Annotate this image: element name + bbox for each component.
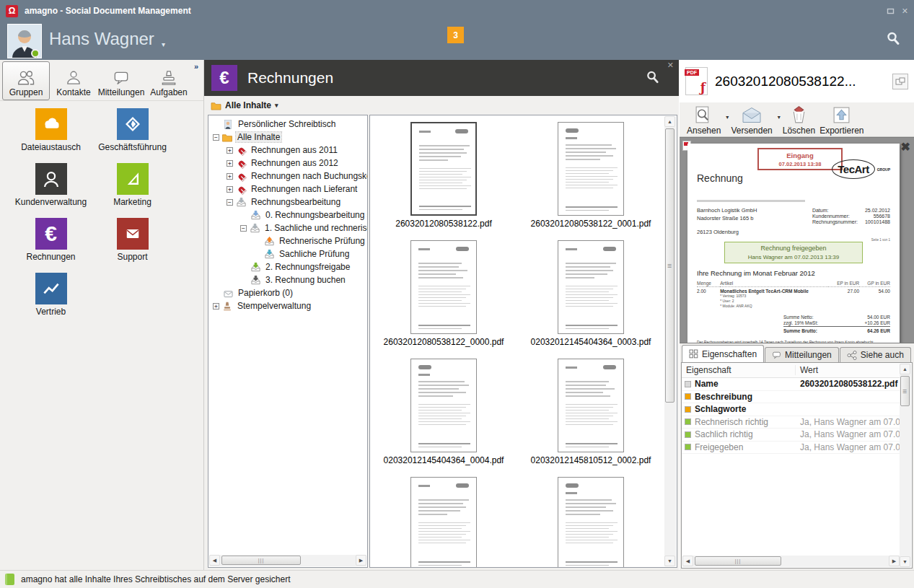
group-tile-rechnungen[interactable]: €Rechnungen xyxy=(10,218,92,273)
collapse-icon[interactable]: − xyxy=(213,134,219,141)
tab-aufgaben[interactable]: Aufgaben xyxy=(145,61,193,100)
tree-item-3-rechnung-buchen[interactable]: 3. Rechnung buchen xyxy=(210,273,367,286)
tree-item-alle-inhalte[interactable]: −Alle Inhalte xyxy=(210,131,367,144)
group-tile-kundenverwaltung[interactable]: Kundenverwaltung xyxy=(10,163,92,218)
l-schen-button[interactable]: Löschen xyxy=(781,105,818,136)
tab-eigenschaften[interactable]: Eigenschaften xyxy=(682,345,764,362)
group-window-title: Rechnungen xyxy=(247,69,333,87)
tool-label: Exportieren xyxy=(819,126,864,136)
document-thumb-26032012080538122-0001-pdf[interactable]: 26032012080538122_0001.pdf xyxy=(531,122,651,229)
dropdown-caret-icon[interactable]: ▾ xyxy=(778,114,781,120)
document-thumb-02032012145810512-0002-pdf[interactable]: 02032012145810512_0002.pdf xyxy=(531,359,651,465)
tabbar-overflow-chevron-icon[interactable]: » xyxy=(194,62,198,71)
property-row-name[interactable]: Name26032012080538122.pdf xyxy=(682,378,900,391)
document-filename: 26032012080538122_0001.pdf xyxy=(531,219,651,229)
tree-item-rechnungen-aus-2012[interactable]: +Rechnungen aus 2012 xyxy=(210,157,367,170)
tree-item-stempelverwaltung[interactable]: +Stempelverwaltung xyxy=(210,299,367,312)
diamond-icon xyxy=(117,108,149,140)
property-row-beschreibung[interactable]: Beschreibung xyxy=(682,391,900,404)
folder-icon xyxy=(211,101,221,110)
group-label: Dateiaustausch xyxy=(21,142,81,152)
tree-item-label: Rechnerische Prüfung xyxy=(278,236,366,246)
tree-item-label: Sachliche Prüfung xyxy=(278,249,351,259)
invoice-totals: Summe Netto:54.00 EURzzgl. 19% MwSt:+10.… xyxy=(783,315,890,333)
property-label: Freigegeben xyxy=(695,442,743,452)
properties-horizontal-scrollbar[interactable]: ◀ ▶ ||| xyxy=(682,556,900,567)
group-window-close-icon[interactable]: ✕ xyxy=(667,61,674,69)
group-tile-dateiaustausch[interactable]: Dateiaustausch xyxy=(10,108,92,163)
tree-item-sachliche-pr-fung[interactable]: Sachliche Prüfung xyxy=(210,247,367,260)
tree-item-1-sachliche-und-rechnerisch[interactable]: −1. Sachliche und rechnerisch xyxy=(210,221,367,234)
tab-kontakte[interactable]: Kontakte xyxy=(50,61,97,100)
expand-icon[interactable]: + xyxy=(227,186,233,193)
tree-item-rechnerische-pr-fung[interactable]: Rechnerische Prüfung xyxy=(210,234,367,247)
tree-item-papierkorb-0[interactable]: Papierkorb (0) xyxy=(210,286,367,299)
dropdown-caret-icon[interactable]: ▾ xyxy=(726,114,729,120)
tree-item-label: 1. Sachliche und rechnerisch xyxy=(263,223,367,233)
tree-horizontal-scrollbar[interactable]: ◀ ▶ ||| xyxy=(209,555,366,566)
global-search-icon[interactable] xyxy=(885,30,901,46)
document-list-panel: 26032012080538122.pdf26032012080538122_0… xyxy=(369,115,677,568)
tab-siehe-auch[interactable]: Siehe auch xyxy=(840,347,911,362)
envelope-icon xyxy=(117,218,149,250)
tree-item-rechnungen-aus-2011[interactable]: +Rechnungen aus 2011 xyxy=(210,144,367,157)
document-filename: 02032012145404364_0004.pdf xyxy=(384,455,504,465)
tray-orange-icon xyxy=(263,235,275,247)
document-page: Eingang 07.02.2013 13:38 TecArt GROUP Re… xyxy=(687,144,900,343)
tree-item-label: Alle Inhalte xyxy=(236,132,281,142)
notification-badge[interactable]: 3 xyxy=(447,27,464,43)
tree-item-rechnungen-nach-lieferant[interactable]: +Rechnungen nach Lieferant xyxy=(210,183,367,196)
document-grid: 26032012080538122.pdf26032012080538122_0… xyxy=(370,115,664,567)
documents-vertical-scrollbar[interactable]: ▲ ▼ ☰ xyxy=(664,116,676,566)
tree-item-rechnungsbearbeitung[interactable]: −Rechnungsbearbeitung xyxy=(210,196,367,209)
exportieren-button[interactable]: Exportieren xyxy=(818,105,866,136)
invoice-terms: Der Rechnungsbetrag wird innerhalb 14 Ta… xyxy=(697,340,890,343)
property-row-sachlich-richtig[interactable]: Sachlich richtigJa, Hans Wagner am 07.02… xyxy=(682,429,900,442)
tree-item-label: Rechnungen aus 2012 xyxy=(250,158,340,168)
group-search-icon[interactable] xyxy=(645,69,660,84)
document-thumb[interactable] xyxy=(558,477,624,567)
group-tile-marketing[interactable]: Marketing xyxy=(92,163,173,218)
popout-window-button[interactable] xyxy=(892,74,908,89)
document-thumb-26032012080538122-pdf[interactable]: 26032012080538122.pdf xyxy=(395,122,491,229)
document-thumb-02032012145404364-0004-pdf[interactable]: 02032012145404364_0004.pdf xyxy=(384,359,504,465)
user-name[interactable]: Hans Wagner xyxy=(49,29,154,49)
document-thumb-26032012080538122-0000-pdf[interactable]: 26032012080538122_0000.pdf xyxy=(384,240,504,347)
group-tile-vertrieb[interactable]: Vertrieb xyxy=(10,273,92,328)
ansehen-button[interactable]: ▾Ansehen xyxy=(685,105,729,136)
collapse-icon[interactable]: − xyxy=(240,225,247,232)
document-thumb-02032012145404364-0003-pdf[interactable]: 02032012145404364_0003.pdf xyxy=(531,240,651,347)
property-row-freigegeben[interactable]: FreigegebenJa, Hans Wagner am 07.02.2013 xyxy=(682,442,900,455)
tray-blue-icon xyxy=(250,209,261,221)
tree-item-pers-nlicher-schreibtisch[interactable]: Persönlicher Schreibtisch xyxy=(210,118,367,131)
tree-item-rechnungen-nach-buchungskont[interactable]: +Rechnungen nach Buchungskont xyxy=(210,170,367,183)
tree-item-label: Rechnungen nach Lieferant xyxy=(250,184,359,194)
preview-close-icon[interactable]: ✖ xyxy=(901,140,910,154)
tree-item-0-rechnungsbearbeitung-s[interactable]: 0. Rechnungsbearbeitung s xyxy=(210,209,367,221)
versenden-button[interactable]: ▾Versenden xyxy=(729,105,781,136)
magnet-icon xyxy=(235,183,247,195)
tab-mitteilungen[interactable]: Mitteilungen xyxy=(765,347,839,362)
expand-icon[interactable]: + xyxy=(227,147,233,154)
property-row-schlagworte[interactable]: Schlagworte xyxy=(682,403,900,416)
tree-item-2-rechnungsfreigabe[interactable]: 2. Rechnungsfreigabe xyxy=(210,260,367,273)
group-tile-gesch-ftsf-hrung[interactable]: Geschäftsführung xyxy=(92,108,173,163)
group-label: Kundenverwaltung xyxy=(15,197,87,207)
tab-mitteilungen[interactable]: Mitteilungen xyxy=(97,61,145,100)
collapse-icon[interactable]: − xyxy=(227,199,233,206)
expand-icon[interactable]: + xyxy=(227,173,233,180)
tab-gruppen[interactable]: Gruppen xyxy=(2,61,50,100)
document-thumb[interactable] xyxy=(410,477,477,567)
tool-label: Ansehen xyxy=(687,126,721,136)
person-icon xyxy=(35,163,67,195)
property-row-rechnerisch-richtig[interactable]: Rechnerisch richtigJa, Hans Wagner am 07… xyxy=(682,416,900,429)
expand-icon[interactable]: + xyxy=(227,160,233,167)
maximize-button[interactable] xyxy=(887,7,895,15)
close-button[interactable]: ✕ xyxy=(902,7,908,15)
user-menu-caret-icon[interactable]: ▾ xyxy=(162,40,165,48)
properties-vertical-scrollbar[interactable]: ▲ ▼ ☰ xyxy=(900,364,911,567)
expand-icon[interactable]: + xyxy=(213,303,219,310)
folder-icon xyxy=(221,131,233,143)
group-tile-support[interactable]: Support xyxy=(92,218,173,273)
breadcrumb[interactable]: Alle Inhalte ▾ xyxy=(204,96,679,115)
